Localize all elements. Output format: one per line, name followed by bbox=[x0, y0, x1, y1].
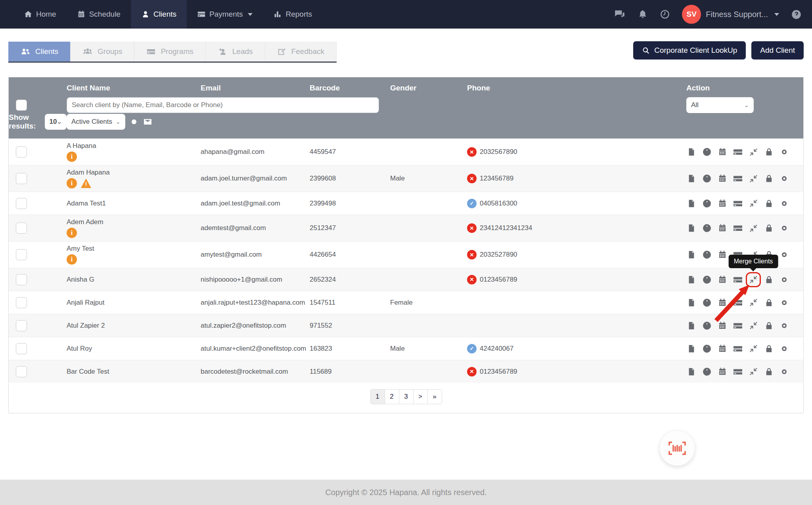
notes-file-icon[interactable] bbox=[686, 298, 697, 308]
tab-programs[interactable]: Programs bbox=[134, 42, 205, 61]
notifications-button[interactable] bbox=[638, 9, 648, 19]
show-results-select[interactable]: 10 ⌄ bbox=[45, 114, 67, 130]
client-name[interactable]: Adama Test1 bbox=[67, 200, 201, 207]
client-name[interactable]: Atul Zapier 2 bbox=[67, 322, 201, 330]
account-menu[interactable]: SV Fitness Support... bbox=[682, 5, 779, 24]
row-checkbox[interactable] bbox=[16, 173, 27, 184]
payments-card-icon[interactable] bbox=[733, 367, 743, 377]
client-name[interactable]: Anisha G bbox=[67, 276, 201, 284]
payments-card-icon[interactable] bbox=[733, 198, 743, 209]
lock-icon[interactable] bbox=[764, 173, 774, 184]
schedule-calendar-icon[interactable] bbox=[717, 321, 728, 331]
lock-icon[interactable] bbox=[764, 298, 774, 308]
page-2-button[interactable]: 2 bbox=[385, 389, 399, 404]
add-client-button[interactable]: Add Client bbox=[751, 41, 804, 60]
select-all-checkbox[interactable] bbox=[16, 100, 27, 111]
info-circle-icon[interactable] bbox=[702, 367, 712, 377]
lock-icon[interactable] bbox=[764, 367, 774, 377]
client-status-select[interactable]: Active Clients ⌄ bbox=[67, 114, 125, 130]
notes-file-icon[interactable] bbox=[686, 344, 697, 354]
client-name[interactable]: Anjali Rajput bbox=[67, 299, 201, 307]
client-name[interactable]: Atul Roy bbox=[67, 345, 201, 353]
info-circle-icon[interactable] bbox=[702, 173, 712, 184]
lock-icon[interactable] bbox=[764, 275, 774, 285]
schedule-calendar-icon[interactable] bbox=[717, 223, 728, 233]
row-checkbox[interactable] bbox=[16, 249, 27, 260]
lock-icon[interactable] bbox=[764, 344, 774, 354]
messages-button[interactable] bbox=[614, 9, 626, 19]
payments-card-icon[interactable] bbox=[733, 275, 743, 285]
client-name[interactable]: Adam Hapana bbox=[67, 169, 201, 177]
gender-filter-select[interactable]: All ⌄ bbox=[686, 97, 754, 113]
info-circle-icon[interactable] bbox=[702, 147, 712, 157]
schedule-calendar-icon[interactable] bbox=[717, 147, 728, 157]
schedule-calendar-icon[interactable] bbox=[717, 198, 728, 209]
schedule-calendar-icon[interactable] bbox=[717, 250, 728, 260]
payments-card-icon[interactable] bbox=[733, 321, 743, 331]
gear-icon[interactable] bbox=[779, 321, 789, 331]
payments-card-icon[interactable] bbox=[733, 344, 743, 354]
schedule-calendar-icon[interactable] bbox=[717, 344, 728, 354]
row-checkbox[interactable] bbox=[16, 343, 27, 354]
notes-file-icon[interactable] bbox=[686, 275, 697, 285]
schedule-calendar-icon[interactable] bbox=[717, 275, 728, 285]
info-flag-icon[interactable]: i bbox=[67, 152, 77, 162]
info-circle-icon[interactable] bbox=[702, 321, 712, 331]
gear-icon[interactable] bbox=[779, 298, 789, 308]
merge-clients-icon[interactable] bbox=[748, 198, 758, 209]
merge-clients-icon[interactable] bbox=[748, 367, 758, 377]
merge-clients-icon[interactable] bbox=[748, 344, 758, 354]
gear-icon[interactable] bbox=[779, 275, 789, 285]
merge-clients-icon[interactable] bbox=[748, 321, 758, 331]
notes-file-icon[interactable] bbox=[686, 321, 697, 331]
row-checkbox[interactable] bbox=[16, 297, 27, 308]
merge-clients-icon[interactable] bbox=[748, 173, 758, 184]
gear-icon[interactable] bbox=[779, 173, 789, 184]
notes-file-icon[interactable] bbox=[686, 173, 697, 184]
merge-clients-icon[interactable] bbox=[748, 147, 758, 157]
recent-activity-button[interactable] bbox=[660, 9, 670, 19]
nav-home[interactable]: Home bbox=[13, 0, 67, 29]
payments-card-icon[interactable] bbox=[733, 147, 743, 157]
row-checkbox[interactable] bbox=[16, 198, 27, 209]
help-button[interactable] bbox=[791, 9, 802, 20]
row-checkbox[interactable] bbox=[16, 146, 27, 157]
gear-icon[interactable] bbox=[779, 198, 789, 209]
client-name[interactable]: A Hapana bbox=[67, 142, 201, 150]
next-page-button[interactable]: > bbox=[413, 389, 428, 404]
page-3-button[interactable]: 3 bbox=[399, 389, 414, 404]
merge-clients-icon[interactable] bbox=[748, 223, 758, 233]
tab-leads[interactable]: Leads bbox=[206, 42, 265, 61]
client-name[interactable]: Bar Code Test bbox=[67, 368, 201, 376]
corporate-client-lookup-button[interactable]: Corporate Client LookUp bbox=[633, 41, 746, 60]
info-flag-icon[interactable]: i bbox=[67, 178, 77, 188]
schedule-calendar-icon[interactable] bbox=[717, 173, 728, 184]
row-checkbox[interactable] bbox=[16, 366, 27, 377]
tab-groups[interactable]: Groups bbox=[71, 42, 134, 61]
merge-clients-icon[interactable]: Merge Clients bbox=[748, 275, 758, 285]
notes-file-icon[interactable] bbox=[686, 198, 697, 209]
notes-file-icon[interactable] bbox=[686, 367, 697, 377]
schedule-calendar-icon[interactable] bbox=[717, 298, 728, 308]
info-circle-icon[interactable] bbox=[702, 223, 712, 233]
row-checkbox[interactable] bbox=[16, 223, 27, 234]
notes-file-icon[interactable] bbox=[686, 147, 697, 157]
gear-icon[interactable] bbox=[779, 147, 789, 157]
notes-file-icon[interactable] bbox=[686, 250, 697, 260]
info-circle-icon[interactable] bbox=[702, 344, 712, 354]
info-circle-icon[interactable] bbox=[702, 275, 712, 285]
info-flag-icon[interactable]: i bbox=[67, 228, 77, 238]
nav-schedule[interactable]: Schedule bbox=[67, 0, 131, 29]
lock-icon[interactable] bbox=[764, 321, 774, 331]
nav-clients[interactable]: Clients bbox=[131, 0, 187, 29]
payments-card-icon[interactable] bbox=[733, 298, 743, 308]
nav-reports[interactable]: Reports bbox=[263, 0, 322, 29]
info-circle-icon[interactable] bbox=[702, 198, 712, 209]
payments-card-icon[interactable] bbox=[733, 173, 743, 184]
info-circle-icon[interactable] bbox=[702, 298, 712, 308]
tab-feedback[interactable]: Feedback bbox=[265, 42, 337, 61]
info-flag-icon[interactable]: i bbox=[67, 254, 77, 265]
lock-icon[interactable] bbox=[764, 223, 774, 233]
gear-icon[interactable] bbox=[779, 344, 789, 354]
lock-icon[interactable] bbox=[764, 198, 774, 209]
